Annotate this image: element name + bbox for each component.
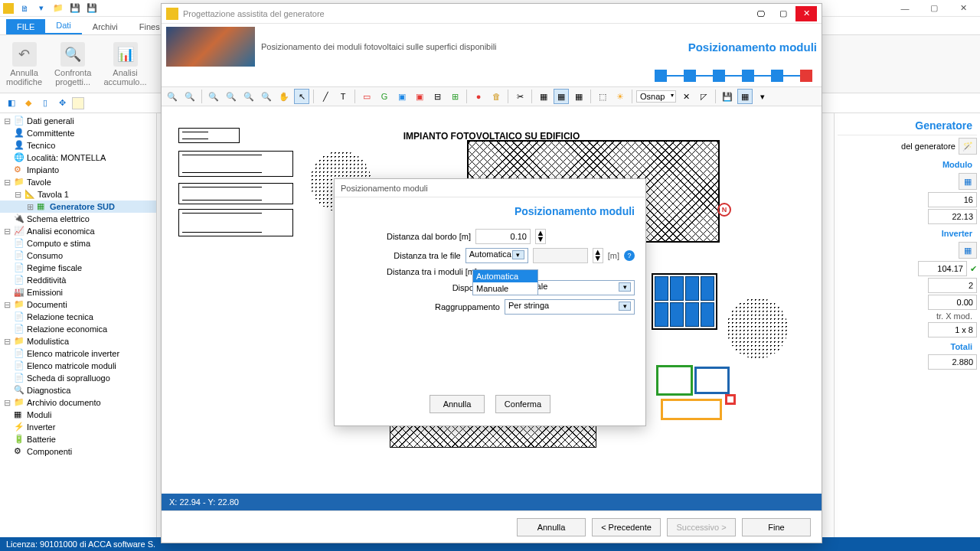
maximize-icon[interactable]: ▢ bbox=[920, 1, 948, 16]
dropdown-opt-automatica[interactable]: Automatica bbox=[473, 270, 537, 282]
tab-dati[interactable]: Dati bbox=[45, 18, 82, 34]
navigation-tree[interactable]: ⊟📄Dati generali 👤Committente 👤Tecnico 🌐L… bbox=[0, 113, 157, 537]
close-icon[interactable]: ✕ bbox=[949, 1, 977, 16]
zoomin-icon[interactable]: 🔍 bbox=[165, 89, 180, 104]
tree-redditivita[interactable]: 📄Redditività bbox=[0, 274, 156, 286]
cut-icon[interactable]: ✂ bbox=[512, 89, 528, 104]
trash-icon[interactable]: 🗑 bbox=[488, 89, 504, 104]
snap1-icon[interactable]: ✕ bbox=[678, 89, 694, 104]
ribbon-annulla[interactable]: ↶Annulla modifiche bbox=[6, 38, 42, 90]
ribbon-confronta[interactable]: 🔍Confronta progetti... bbox=[54, 38, 91, 90]
sub-conferma-button[interactable]: Conferma bbox=[495, 395, 550, 413]
tree-moduli[interactable]: ▦Moduli bbox=[0, 409, 156, 421]
box-icon[interactable]: ▭ bbox=[359, 89, 374, 104]
zoomfit-icon[interactable]: 🔍 bbox=[224, 89, 239, 104]
wizard-button[interactable]: 🪄 bbox=[959, 138, 977, 155]
dialog-maximize-icon[interactable]: ▢ bbox=[773, 6, 794, 21]
distanza-file-combo[interactable]: Automatica bbox=[466, 248, 528, 263]
grid1-icon[interactable]: ▦ bbox=[536, 89, 551, 104]
tree-rel-tecnica[interactable]: 📄Relazione tecnica bbox=[0, 311, 156, 323]
save-icon[interactable]: 💾 bbox=[69, 2, 81, 15]
folder-icon[interactable]: 📁 bbox=[52, 2, 64, 15]
zoomprev-icon[interactable]: 🔍 bbox=[241, 89, 256, 104]
saveall-icon[interactable]: 💾 bbox=[86, 2, 98, 15]
tree-emissioni[interactable]: 🏭Emissioni bbox=[0, 286, 156, 298]
tree-dati-generali[interactable]: ⊟📄Dati generali bbox=[0, 115, 156, 127]
box3d-icon[interactable]: ⬚ bbox=[595, 89, 610, 104]
tree-committente[interactable]: 👤Committente bbox=[0, 127, 156, 139]
grid3-icon[interactable]: ▦ bbox=[571, 89, 586, 104]
raggruppamento-combo[interactable]: Per stringa bbox=[505, 299, 635, 315]
zoomcenter-icon[interactable]: 🔍 bbox=[259, 89, 274, 104]
tree-regime[interactable]: 📄Regime fiscale bbox=[0, 262, 156, 274]
str-val[interactable] bbox=[928, 322, 977, 337]
bluebox-icon[interactable]: ▣ bbox=[394, 89, 410, 104]
tree-diagnostica[interactable]: 🔍Diagnostica bbox=[0, 384, 156, 396]
inverter-grid-button[interactable]: ▦ bbox=[959, 242, 977, 259]
pan-icon[interactable]: ✋ bbox=[276, 89, 292, 104]
tab-archivi[interactable]: Archivi bbox=[82, 19, 129, 34]
tree-generatore-sud[interactable]: ⊞▦Generatore SUD bbox=[0, 201, 156, 213]
zoomwin-icon[interactable]: 🔍 bbox=[206, 89, 221, 104]
tree-elenco-inverter[interactable]: 📄Elenco matricole inverter bbox=[0, 347, 156, 360]
tab-file[interactable]: FILE bbox=[6, 19, 45, 34]
tree-tavola1[interactable]: ⊟📐Tavola 1 bbox=[0, 188, 156, 201]
tree-componenti[interactable]: ⚙Componenti bbox=[0, 445, 156, 458]
flag-icon[interactable]: ● bbox=[471, 89, 486, 104]
modulo-val2[interactable] bbox=[928, 209, 977, 224]
wizard-fine-button[interactable]: Fine bbox=[742, 518, 811, 536]
page-icon[interactable]: ▯ bbox=[38, 96, 52, 110]
zoomout-icon[interactable]: 🔍 bbox=[182, 89, 198, 104]
dropdown-opt-manuale[interactable]: Manuale bbox=[473, 282, 537, 295]
tree-inverter[interactable]: ⚡Inverter bbox=[0, 421, 156, 433]
grid2-icon[interactable]: ▦ bbox=[554, 89, 569, 104]
tree-analisi[interactable]: ⊟📈Analisi economica bbox=[0, 225, 156, 237]
minimize-icon[interactable]: — bbox=[891, 1, 919, 16]
distanza-bordo-input[interactable] bbox=[475, 229, 531, 244]
move-icon[interactable]: ✥ bbox=[55, 96, 69, 110]
totali-val[interactable] bbox=[928, 354, 977, 370]
inverter-val3[interactable] bbox=[928, 295, 977, 310]
line-icon[interactable]: ╱ bbox=[318, 89, 333, 104]
wizard-precedente-button[interactable]: < Precedente bbox=[592, 518, 661, 536]
new-icon[interactable]: 🗎 bbox=[18, 2, 31, 15]
open-icon[interactable]: ▾ bbox=[35, 2, 47, 15]
tree-documenti[interactable]: ⊟📁Documenti bbox=[0, 298, 156, 311]
gridsnap-icon[interactable]: ▦ bbox=[737, 89, 753, 104]
tree-modulistica[interactable]: ⊟📁Modulistica bbox=[0, 335, 156, 347]
gbox-icon[interactable]: G bbox=[377, 89, 392, 104]
cube-icon[interactable]: ◧ bbox=[5, 96, 18, 110]
redbox-icon[interactable]: ▣ bbox=[412, 89, 427, 104]
inverter-val1[interactable] bbox=[918, 261, 967, 276]
modulo-val1[interactable] bbox=[928, 192, 977, 207]
square-icon[interactable] bbox=[72, 97, 84, 109]
snap2-icon[interactable]: ◸ bbox=[696, 89, 711, 104]
more-icon[interactable]: ▾ bbox=[755, 89, 770, 104]
inverter-val2[interactable] bbox=[928, 278, 977, 293]
tree-localita[interactable]: 🌐Località: MONTELLA bbox=[0, 152, 156, 164]
tree-tecnico[interactable]: 👤Tecnico bbox=[0, 139, 156, 152]
tree-archivio[interactable]: ⊟📁Archivio documento bbox=[0, 396, 156, 409]
drawing-canvas[interactable]: IMPIANTO FOTOVOLTAICO SU EDIFICIO N Posi… bbox=[162, 106, 822, 494]
tree-elenco-moduli[interactable]: 📄Elenco matricole moduli bbox=[0, 360, 156, 372]
sun-icon[interactable]: ☀ bbox=[612, 89, 628, 104]
sub-annulla-button[interactable]: Annulla bbox=[430, 395, 485, 413]
distanza-file-dropdown[interactable]: Automatica Manuale bbox=[472, 269, 538, 295]
wizard-annulla-button[interactable]: Annulla bbox=[517, 518, 586, 536]
tree-scheda[interactable]: 📄Scheda di sopralluogo bbox=[0, 372, 156, 384]
dialog-screen-icon[interactable]: 🖵 bbox=[750, 6, 771, 21]
tree-consumo[interactable]: 📄Consumo bbox=[0, 249, 156, 262]
tree-computo[interactable]: 📄Computo e stima bbox=[0, 237, 156, 249]
modulo-grid-button[interactable]: ▦ bbox=[959, 173, 977, 190]
pointer-icon[interactable]: ↖ bbox=[294, 89, 309, 104]
disk-icon[interactable]: 💾 bbox=[720, 89, 735, 104]
tree-rel-economica[interactable]: 📄Relazione economica bbox=[0, 323, 156, 335]
osnap-combo[interactable]: Osnap bbox=[636, 90, 676, 103]
diamond-icon[interactable]: ◆ bbox=[21, 96, 35, 110]
tree-impianto[interactable]: ⚙Impianto bbox=[0, 164, 156, 176]
tree-tavole[interactable]: ⊟📁Tavole bbox=[0, 176, 156, 188]
dialog-close-icon[interactable]: ✕ bbox=[795, 6, 817, 21]
tree-batterie[interactable]: 🔋Batterie bbox=[0, 433, 156, 445]
plusbox-icon[interactable]: ⊞ bbox=[447, 89, 462, 104]
tree-schema[interactable]: 🔌Schema elettrico bbox=[0, 213, 156, 225]
